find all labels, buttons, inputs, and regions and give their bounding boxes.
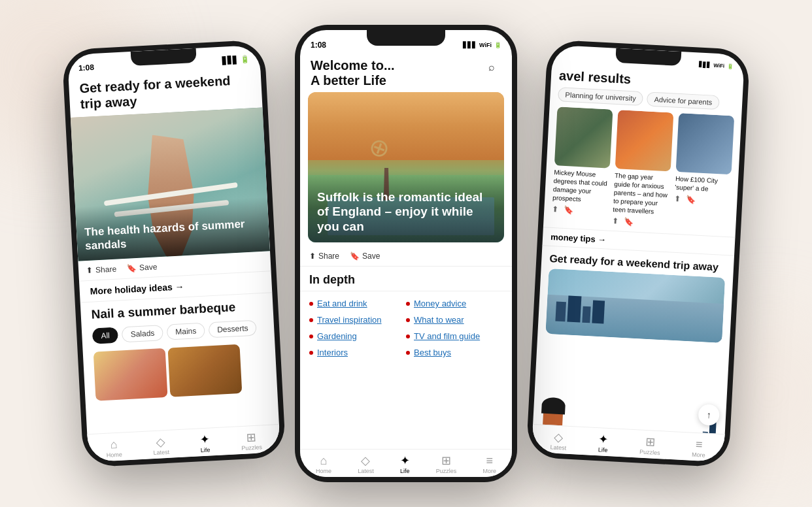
- food-image-1: [93, 348, 168, 401]
- in-depth-gardening[interactable]: Gardening: [309, 328, 406, 344]
- dot-icon-7: [309, 351, 313, 355]
- left-save-btn[interactable]: 🔖 Save: [127, 262, 158, 272]
- dot-icon-6: [406, 335, 410, 338]
- in-depth-grid: Eat and drink Money advice Travel inspir…: [300, 291, 512, 365]
- right-wifi-icon: WiFi: [713, 63, 724, 69]
- dot-icon-4: [406, 318, 410, 322]
- right-battery-icon: 🔋: [727, 63, 734, 70]
- center-bottom-nav: ⌂ Home ◇ Latest ✦ Life ⊞ Puzzles: [300, 449, 512, 477]
- puzzles-icon: ⊞: [246, 431, 256, 444]
- bookmark-icon-center: 🔖: [350, 252, 360, 261]
- search-button[interactable]: ⌕: [482, 57, 501, 77]
- search-icon: ⌕: [488, 61, 495, 73]
- dot-icon-2: [406, 302, 410, 306]
- food-image-2: [168, 344, 243, 397]
- right-article-3[interactable]: How £100 City 'super' a de ⬆ 🔖: [673, 113, 734, 231]
- arrow-up-icon: ↑: [706, 410, 711, 420]
- center-wifi-icon: WiFi: [479, 42, 492, 48]
- dot-icon-5: [309, 335, 313, 338]
- home-icon: ⌂: [110, 438, 118, 451]
- center-battery-icon: 🔋: [494, 42, 501, 48]
- bookmark-icon: 🔖: [127, 263, 137, 273]
- center-nav-home[interactable]: ⌂ Home: [316, 455, 331, 474]
- center-header-title-1: Welcome to...: [311, 57, 395, 73]
- in-depth-eat-drink[interactable]: Eat and drink: [309, 295, 406, 312]
- latest-icon-r: ◇: [554, 431, 564, 444]
- left-article-caption: The health hazards of summer sandals: [75, 197, 270, 261]
- in-depth-travel[interactable]: Travel inspiration: [309, 312, 406, 328]
- hero-image: ⊕ Suffolk is the romantic ideal of Engla…: [308, 92, 504, 242]
- center-signal-icon: ▋▋▋: [463, 42, 477, 48]
- center-save-btn[interactable]: 🔖 Save: [350, 252, 380, 261]
- share-icon-center: ⬆: [309, 252, 316, 261]
- right-signal-icon: ▋▋▋: [699, 62, 711, 69]
- right-nav-puzzles[interactable]: ⊞ Puzzles: [639, 436, 661, 457]
- latest-icon: ◇: [156, 436, 165, 448]
- puzzles-icon-r: ⊞: [645, 436, 656, 448]
- right-nav-life[interactable]: ✦ Life: [598, 433, 609, 453]
- dot-icon-3: [309, 318, 313, 322]
- right-article-3-img: [676, 113, 735, 174]
- left-signal-icon: ▋▋▋: [222, 56, 238, 65]
- left-status-time: 1:08: [78, 63, 95, 73]
- hero-caption: Suffolk is the romantic ideal of England…: [308, 171, 504, 242]
- right-save-3-icon[interactable]: 🔖: [686, 195, 696, 204]
- in-depth-interiors[interactable]: Interiors: [309, 344, 406, 361]
- in-depth-title: In depth: [300, 267, 512, 291]
- right-save-2-icon[interactable]: 🔖: [624, 217, 634, 227]
- filter-salads[interactable]: Salads: [122, 325, 163, 342]
- in-depth-best-buys[interactable]: Best buys: [406, 344, 503, 361]
- right-share-3-icon[interactable]: ⬆: [674, 194, 681, 204]
- dot-icon: [309, 302, 313, 306]
- left-header-title: Get ready for a weekend trip away: [79, 72, 252, 112]
- right-article-2-title: The gap year guide for anxious parents –…: [613, 171, 670, 216]
- left-nav-home[interactable]: ⌂ Home: [106, 438, 123, 459]
- right-save-1-icon[interactable]: 🔖: [564, 205, 574, 215]
- left-nav-puzzles[interactable]: ⊞ Puzzles: [241, 431, 262, 451]
- more-icon-r: ≡: [696, 438, 703, 451]
- right-articles-grid: Mickey Mouse degrees that could damage y…: [543, 106, 741, 237]
- puzzles-icon-c: ⊞: [441, 455, 451, 466]
- center-nav-latest[interactable]: ◇ Latest: [358, 455, 374, 474]
- center-share-btn[interactable]: ⬆ Share: [309, 252, 339, 261]
- home-icon-c: ⌂: [320, 455, 328, 466]
- left-bottom-nav: ⌂ Home ◇ Latest ✦ Life ⊞ Puzzles: [87, 424, 280, 462]
- more-icon-c: ≡: [486, 455, 493, 466]
- right-share-1-icon[interactable]: ⬆: [552, 204, 559, 214]
- right-article-1-title: Mickey Mouse degrees that could damage y…: [552, 168, 610, 204]
- right-article-2-img: [615, 110, 674, 171]
- left-battery-icon: 🔋: [240, 55, 250, 64]
- center-header-title-2: A better Life: [311, 73, 395, 88]
- life-icon: ✦: [199, 434, 210, 446]
- center-status-time: 1:08: [311, 41, 326, 50]
- right-phone: ▋▋▋ WiFi 🔋 avel results Planning for uni…: [526, 39, 750, 467]
- right-nav-more[interactable]: ≡ More: [692, 438, 706, 459]
- center-nav-more[interactable]: ≡ More: [482, 455, 496, 474]
- filter-desserts[interactable]: Desserts: [209, 320, 257, 338]
- left-nav-life[interactable]: ✦ Life: [199, 434, 211, 454]
- chip-parents[interactable]: Advice for parents: [647, 91, 720, 110]
- right-article-2[interactable]: The gap year guide for anxious parents –…: [612, 110, 673, 228]
- share-icon: ⬆: [86, 266, 93, 276]
- in-depth-wear[interactable]: What to wear: [406, 312, 503, 328]
- center-nav-life[interactable]: ✦ Life: [400, 455, 410, 474]
- filter-mains[interactable]: Mains: [167, 323, 205, 340]
- left-phone: 1:08 ▋▋▋ 🔋 Get ready for a weekend trip …: [61, 39, 286, 467]
- life-icon-c: ✦: [400, 455, 410, 466]
- left-nav-latest[interactable]: ◇ Latest: [152, 436, 169, 456]
- center-nav-puzzles[interactable]: ⊞ Puzzles: [436, 455, 457, 474]
- dot-icon-8: [406, 351, 410, 355]
- right-promo-image: [545, 269, 725, 343]
- life-icon-r: ✦: [598, 433, 609, 446]
- right-share-2-icon[interactable]: ⬆: [612, 216, 619, 226]
- left-share-btn[interactable]: ⬆ Share: [86, 265, 117, 275]
- right-article-1[interactable]: Mickey Mouse degrees that could damage y…: [551, 106, 613, 225]
- filter-all[interactable]: All: [92, 327, 119, 344]
- center-phone: 1:08 ▋▋▋ WiFi 🔋 Welcome to... A better L…: [295, 25, 517, 482]
- right-nav-latest[interactable]: ◇ Latest: [550, 431, 567, 451]
- latest-icon-c: ◇: [361, 455, 370, 466]
- right-article-3-title: How £100 City 'super' a de: [675, 174, 731, 194]
- right-article-1-img: [554, 106, 613, 168]
- in-depth-money-advice[interactable]: Money advice: [406, 295, 503, 312]
- in-depth-tv-film[interactable]: TV and film guide: [406, 328, 503, 344]
